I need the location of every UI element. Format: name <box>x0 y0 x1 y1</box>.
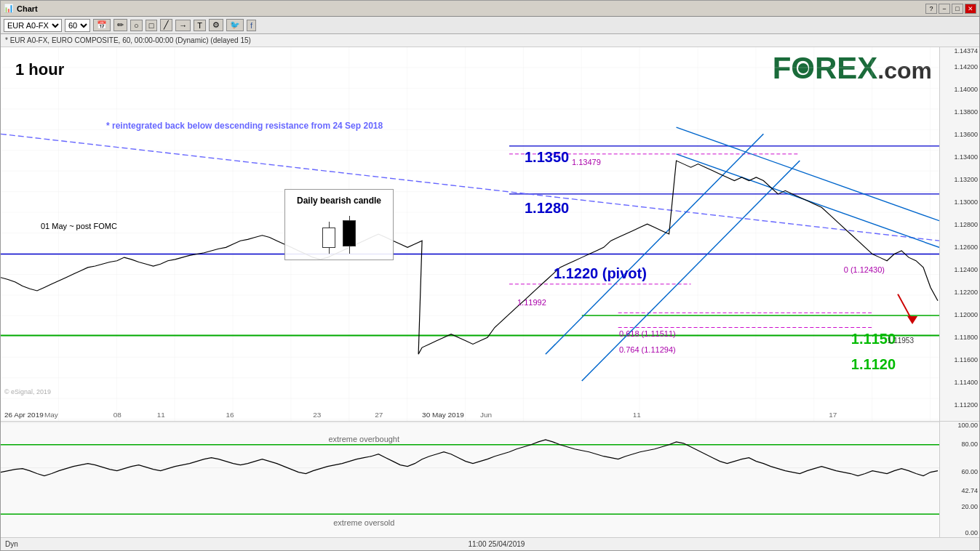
fomc-annotation: 01 May ~ post FOMC <box>41 222 117 230</box>
candle-illustration <box>294 210 384 254</box>
price-11600: 1.11600 <box>954 356 978 363</box>
black-candle <box>343 216 356 254</box>
price-11800: 1.11800 <box>954 334 978 341</box>
price-12000: 1.12000 <box>954 311 978 318</box>
price-13800: 1.13800 <box>954 108 978 116</box>
level-1350-label: 1.1350 <box>525 149 569 166</box>
symbol-selector[interactable]: EUR A0-FX <box>4 19 62 32</box>
svg-text:23: 23 <box>313 411 321 419</box>
settings-tool[interactable]: ⚙ <box>209 19 223 31</box>
resistance-annotation: * reintegrated back below descending res… <box>106 120 383 132</box>
price-111953-label: 1.11953 <box>888 337 914 345</box>
draw-button[interactable]: ✏ <box>113 19 127 31</box>
overbought-text: extreme overbought <box>328 435 399 443</box>
rsi-price-axis: 100.00 80.00 60.00 42.74 20.00 0.00 <box>939 422 979 537</box>
minimize-button[interactable]: − <box>939 4 950 14</box>
price-13000: 1.13000 <box>954 198 978 206</box>
price-11200: 1.11200 <box>954 401 978 409</box>
circle-tool[interactable]: ○ <box>130 20 143 31</box>
price-chart-svg: 26 Apr 2019 30 May 2019 May 08 11 16 23 … <box>1 47 939 421</box>
svg-text:Jun: Jun <box>480 411 492 419</box>
arrow-tool[interactable]: → <box>175 20 191 31</box>
rsi-100: 100.00 <box>957 422 978 429</box>
twitter-button[interactable]: 🐦 <box>226 19 244 31</box>
chart-mode: Dyn <box>5 540 18 548</box>
candle-box: Daily bearish candle <box>284 189 394 260</box>
chart-icon: 📊 <box>4 4 14 13</box>
close-button[interactable]: ✕ <box>965 4 976 14</box>
help-button[interactable]: ? <box>925 4 937 14</box>
facebook-button[interactable]: f <box>247 20 256 31</box>
fib-0-label: 0 (1.12430) <box>844 265 885 274</box>
price-111992-label: 1.11992 <box>517 298 546 307</box>
price-12200: 1.12200 <box>954 289 978 296</box>
rsi-4274: 42.74 <box>961 487 978 494</box>
price-14374: 1.14374 <box>954 47 978 55</box>
level-1220-label: 1.1220 (pivot) <box>554 265 647 282</box>
svg-text:16: 16 <box>226 411 234 419</box>
rsi-80: 80.00 <box>961 441 978 448</box>
svg-text:30 May 2019: 30 May 2019 <box>422 411 464 419</box>
timeframe-selector[interactable]: 60 <box>65 19 90 32</box>
level-1280-label: 1.1280 <box>525 200 569 217</box>
price-axis: 1.14374 1.14200 1.14000 1.13800 1.13600 … <box>939 47 979 421</box>
svg-rect-31 <box>1 422 939 537</box>
title-bar: 📊 Chart ? − □ ✕ <box>1 1 979 17</box>
chart-info-text: * EUR A0-FX, EURO COMPOSITE, 60, 00:00-0… <box>5 36 251 44</box>
chart-info-bar: * EUR A0-FX, EURO COMPOSITE, 60, 00:00-0… <box>1 34 979 47</box>
svg-text:11: 11 <box>633 411 641 419</box>
rsi-0: 0.00 <box>965 529 978 536</box>
fib-764-label: 0.764 (1.11294) <box>619 345 676 354</box>
toolbar: EUR A0-FX 60 📅 ✏ ○ □ ╱ → T ⚙ 🐦 f <box>1 17 979 34</box>
calendar-button[interactable]: 📅 <box>93 19 111 31</box>
level-1120-label: 1.1120 <box>851 356 896 373</box>
svg-text:© eSignal, 2019: © eSignal, 2019 <box>4 389 51 396</box>
rsi-20: 20.00 <box>961 503 978 510</box>
svg-rect-2 <box>1 47 939 421</box>
svg-text:11: 11 <box>157 411 165 419</box>
title-bar-left: 📊 Chart <box>4 4 38 13</box>
fib-618-label: 0.618 (1.11511) <box>619 329 676 338</box>
svg-text:08: 08 <box>113 411 121 419</box>
price-14000: 1.14000 <box>954 86 978 93</box>
chart-container: 1 hour F O REX .com <box>1 47 979 550</box>
rsi-60: 60.00 <box>961 468 978 475</box>
svg-text:26 Apr 2019: 26 Apr 2019 <box>4 411 44 419</box>
chart-datetime: 11:00 25/04/2019 <box>468 540 525 548</box>
svg-text:27: 27 <box>375 411 383 419</box>
price-12400: 1.12400 <box>954 266 978 273</box>
oversold-text: extreme oversold <box>333 518 394 527</box>
price-13479-label: 1.13479 <box>572 158 601 166</box>
price-chart[interactable]: 1 hour F O REX .com <box>1 47 979 421</box>
price-13200: 1.13200 <box>954 176 978 183</box>
white-candle <box>322 222 335 254</box>
price-12600: 1.12600 <box>954 244 978 251</box>
rsi-panel: * Relative Strength Index - EUR A0-FX, 6… <box>1 421 979 537</box>
price-12800: 1.12800 <box>954 221 978 228</box>
time-bar: Dyn 11:00 25/04/2019 <box>1 537 979 550</box>
title-bar-text: Chart <box>17 4 38 13</box>
svg-text:17: 17 <box>829 411 837 419</box>
price-11400: 1.11400 <box>954 379 978 386</box>
rsi-chart-svg: extreme overbought extreme oversold <box>1 422 939 537</box>
maximize-button[interactable]: □ <box>952 4 963 14</box>
text-tool[interactable]: T <box>194 20 206 31</box>
candle-box-title: Daily bearish candle <box>294 196 384 206</box>
title-bar-controls: ? − □ ✕ <box>925 4 976 14</box>
svg-text:May: May <box>44 411 58 419</box>
rect-tool[interactable]: □ <box>146 20 158 31</box>
line-tool[interactable]: ╱ <box>160 19 172 31</box>
price-14200: 1.14200 <box>954 63 978 71</box>
price-13600: 1.13600 <box>954 131 978 138</box>
price-13400: 1.13400 <box>954 153 978 161</box>
